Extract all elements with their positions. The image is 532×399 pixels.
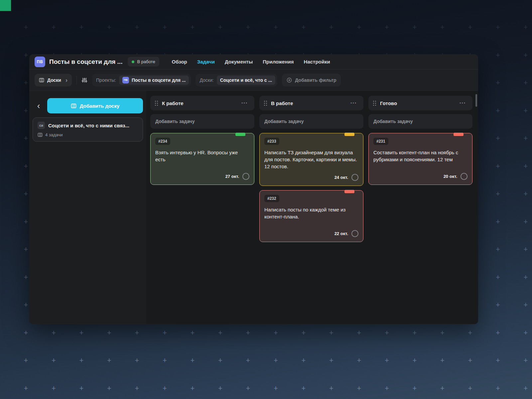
- chevron-left-icon: ‹: [37, 101, 40, 111]
- corner-accent: [0, 0, 11, 11]
- task-title: Взять интервью у HR. Вопросы уже есть: [155, 149, 249, 163]
- kanban-board-icon: [39, 77, 44, 83]
- card-color-tab: [344, 133, 354, 136]
- app-window: ПВ Посты в соцсети для ... В работе Обзо…: [29, 54, 478, 324]
- task-id-badge: #234: [155, 138, 170, 145]
- cards-list: #234Взять интервью у HR. Вопросы уже ест…: [150, 133, 254, 185]
- status-label: В работе: [137, 59, 155, 64]
- add-filter-label: Добавить фильтр: [295, 77, 336, 83]
- status-dot-icon: [132, 61, 134, 63]
- board-item-meta: 4 задачи: [38, 132, 138, 137]
- add-board-label: Добавить доску: [80, 103, 120, 109]
- boards-filter-value: Соцсети и всё, что с ...: [220, 77, 272, 83]
- task-card[interactable]: #232Написать посты по каждой теме из кон…: [259, 190, 363, 242]
- page-title: Посты в соцсети для ...: [49, 58, 122, 66]
- cards-list: #233Написать ТЗ дизайнерам для визуала д…: [259, 133, 363, 242]
- column-header[interactable]: Готово···: [368, 96, 472, 110]
- cards-list: #231Составить контент-план на ноябрь с р…: [368, 133, 472, 185]
- plus-circle-icon: [287, 77, 292, 83]
- task-card[interactable]: #233Написать ТЗ дизайнерам для визуала д…: [259, 133, 363, 186]
- add-task-button[interactable]: Добавить задачу: [150, 114, 254, 129]
- due-date: 20 окт.: [444, 174, 457, 179]
- board-item-row: си Соцсети и всё, что с ними связ...: [38, 122, 138, 129]
- task-id-badge: #231: [373, 138, 388, 145]
- kanban-board: К работе···Добавить задачу#234Взять инте…: [146, 91, 478, 324]
- column-title: К работе: [162, 100, 184, 106]
- task-card[interactable]: #231Составить контент-план на ноябрь с р…: [368, 133, 472, 185]
- column-done: Готово···Добавить задачу#231Составить ко…: [368, 96, 472, 185]
- complete-checkbox[interactable]: [351, 230, 358, 237]
- card-footer: 27 окт.: [155, 169, 249, 180]
- due-date: 27 окт.: [225, 174, 239, 179]
- projects-filter-value: Посты в соцсети для ...: [132, 77, 186, 83]
- column-in-progress: В работе···Добавить задачу#233Написать Т…: [259, 96, 363, 242]
- complete-checkbox[interactable]: [351, 174, 358, 181]
- scrollbar-thumb[interactable]: [475, 94, 477, 107]
- card-color-tab: [235, 133, 245, 136]
- board-list-item[interactable]: си Соцсети и всё, что с ними связ... 4 з…: [33, 117, 143, 142]
- app-header: ПВ Посты в соцсети для ... В работе Обзо…: [29, 54, 478, 69]
- project-avatar-text: ПВ: [37, 60, 43, 64]
- drag-handle-icon[interactable]: [155, 101, 158, 106]
- filter-bar: Доски › Проекты: ПВ Посты в соцсети для …: [29, 69, 478, 91]
- column-header[interactable]: В работе···: [259, 96, 363, 110]
- add-board-button[interactable]: Добавить доску: [47, 98, 143, 113]
- drag-handle-icon[interactable]: [373, 101, 376, 106]
- card-color-tab: [344, 190, 354, 193]
- filter-sliders-icon[interactable]: [81, 77, 87, 83]
- tasks-count-label: 4 задачи: [45, 132, 63, 137]
- card-footer: 24 окт.: [264, 170, 358, 181]
- status-badge[interactable]: В работе: [128, 57, 159, 66]
- due-date: 22 окт.: [334, 231, 348, 236]
- column-title: Готово: [380, 100, 397, 106]
- card-footer: 22 окт.: [264, 226, 358, 237]
- column-title: В работе: [271, 100, 293, 106]
- kanban-board-icon: [71, 103, 76, 109]
- complete-checkbox[interactable]: [242, 173, 249, 180]
- due-date: 24 окт.: [334, 175, 348, 180]
- add-task-button[interactable]: Добавить задачу: [368, 114, 472, 129]
- boards-filter-chip: Соцсети и всё, что с ...: [217, 75, 276, 85]
- project-avatar-small: ПВ: [122, 77, 129, 83]
- task-title: Написать ТЗ дизайнерам для визуала для п…: [264, 149, 358, 170]
- tasks-count-icon: [38, 132, 43, 137]
- add-filter-button[interactable]: Добавить фильтр: [282, 74, 341, 86]
- divider: [76, 76, 77, 84]
- boards-filter-label: Доски:: [200, 77, 213, 83]
- task-id-badge: #232: [264, 195, 279, 202]
- projects-filter-label: Проекты:: [96, 77, 116, 83]
- column-menu-button[interactable]: ···: [348, 100, 359, 106]
- sidebar-top: ‹ Добавить доску: [29, 91, 146, 113]
- complete-checkbox[interactable]: [461, 173, 467, 180]
- tab-apps[interactable]: Приложения: [263, 59, 294, 65]
- board-avatar: си: [38, 122, 45, 129]
- tab-overview[interactable]: Обзор: [172, 59, 187, 65]
- main-tabs: ОбзорЗадачиДокументыПриложенияНастройки: [172, 59, 330, 65]
- collapse-sidebar-button[interactable]: ‹: [32, 98, 45, 113]
- tab-settings[interactable]: Настройки: [304, 59, 330, 65]
- column-menu-button[interactable]: ···: [239, 100, 250, 106]
- boards-button-label: Доски: [47, 77, 61, 83]
- sidebar: ‹ Добавить доску си Соцсети: [29, 91, 146, 324]
- chevron-right-icon: ›: [66, 77, 67, 83]
- board-name: Соцсети и всё, что с ними связ...: [48, 123, 129, 128]
- add-task-button[interactable]: Добавить задачу: [259, 114, 363, 129]
- task-card[interactable]: #234Взять интервью у HR. Вопросы уже ест…: [150, 133, 254, 185]
- projects-filter-chip: ПВ Посты в соцсети для ...: [119, 75, 189, 85]
- drag-handle-icon[interactable]: [264, 101, 267, 106]
- project-avatar[interactable]: ПВ: [35, 57, 45, 67]
- task-title: Написать посты по каждой теме из контент…: [264, 206, 358, 220]
- projects-filter[interactable]: Проекты: ПВ Посты в соцсети для ...: [92, 74, 191, 86]
- column-menu-button[interactable]: ···: [458, 100, 468, 106]
- boards-filter[interactable]: Доски: Соцсети и всё, что с ...: [196, 74, 277, 86]
- tab-tasks[interactable]: Задачи: [197, 59, 215, 65]
- task-id-badge: #233: [264, 138, 279, 145]
- boards-button[interactable]: Доски ›: [35, 74, 72, 86]
- card-color-tab: [454, 133, 464, 136]
- window-body: ‹ Добавить доску си Соцсети: [29, 91, 478, 324]
- task-title: Составить контент-план на ноябрь с рубри…: [373, 149, 467, 163]
- column-header[interactable]: К работе···: [150, 96, 254, 110]
- column-todo: К работе···Добавить задачу#234Взять инте…: [150, 96, 254, 185]
- tab-documents[interactable]: Документы: [225, 59, 253, 65]
- card-footer: 20 окт.: [373, 169, 467, 180]
